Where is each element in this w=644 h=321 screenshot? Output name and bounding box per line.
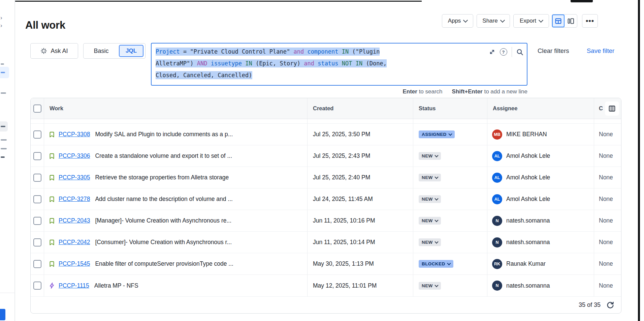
- table-row[interactable]: PCCP-1115 Alletra MP - NFS May 12, 2025,…: [31, 275, 621, 296]
- work-cell: PCCP-2043 [Manager]- Volume Creation wit…: [44, 210, 308, 231]
- table-header-row: Work Created Status Assignee C: [31, 98, 621, 119]
- status-lozenge[interactable]: ASSIGNED: [419, 130, 455, 138]
- share-button[interactable]: Share: [477, 14, 510, 28]
- row-checkbox[interactable]: [33, 130, 41, 139]
- clear-filters-button[interactable]: Clear filters: [538, 47, 569, 55]
- table-body: PCCP-3308 Modify SAL and Plugin to inclu…: [31, 124, 621, 296]
- table-view-toggle[interactable]: [552, 14, 565, 27]
- more-actions-button[interactable]: •••: [582, 14, 598, 28]
- expand-editor-icon[interactable]: [489, 49, 495, 55]
- issue-summary: Retrieve the storage properties from All…: [95, 174, 229, 181]
- jql-token: and: [304, 60, 314, 67]
- table-row[interactable]: PCCP-1545 Enable filter of computeServer…: [31, 253, 621, 275]
- row-checkbox[interactable]: [33, 217, 41, 225]
- issue-summary: Alletra MP - NFS: [94, 282, 138, 289]
- status-lozenge[interactable]: NEW: [419, 152, 441, 160]
- row-checkbox-cell: [31, 188, 44, 210]
- chevron-down-icon: [448, 132, 452, 136]
- row-checkbox[interactable]: [33, 195, 41, 203]
- jql-token: NOT IN: [342, 60, 362, 67]
- table-row[interactable]: PCCP-3306 Create a standalone volume and…: [31, 145, 621, 167]
- sidebar-bottom-button[interactable]: [0, 309, 5, 320]
- story-icon: [49, 261, 55, 267]
- row-checkbox[interactable]: [33, 152, 41, 160]
- table-row[interactable]: PCCP-2042 [Consumer]- Volume Creation wi…: [31, 232, 621, 253]
- ask-ai-button[interactable]: Ask AI: [30, 43, 78, 59]
- issue-key-link[interactable]: PCCP-1115: [59, 282, 89, 289]
- header-assignee[interactable]: Assignee: [487, 98, 594, 119]
- detail-view-toggle[interactable]: [565, 14, 577, 27]
- header-status[interactable]: Status: [413, 98, 487, 119]
- sidebar-arrow-icon[interactable]: ›: [0, 16, 2, 20]
- row-checkbox-cell: [31, 210, 44, 231]
- export-button[interactable]: Export: [513, 14, 549, 28]
- issue-key-link[interactable]: PCCP-1545: [59, 260, 90, 267]
- syntax-help-icon[interactable]: ?: [500, 48, 507, 56]
- issue-key-link[interactable]: PCCP-3306: [59, 152, 90, 159]
- epic-icon: [49, 282, 55, 289]
- table-row[interactable]: PCCP-2043 [Manager]- Volume Creation wit…: [31, 210, 621, 232]
- header-created-label: Created: [313, 105, 333, 112]
- search-icon[interactable]: [516, 49, 523, 56]
- header-created[interactable]: Created: [308, 98, 413, 119]
- issue-key-link[interactable]: PCCP-3308: [59, 131, 90, 138]
- row-checkbox[interactable]: [33, 260, 41, 268]
- column-config-button[interactable]: [605, 101, 619, 116]
- chevron-down-icon: [500, 18, 505, 22]
- assignee-cell: N natesh.somanna: [487, 275, 594, 296]
- sidebar-item-stub[interactable]: [1, 126, 5, 127]
- status-lozenge[interactable]: NEW: [419, 195, 441, 203]
- table-row[interactable]: PCCP-3278 Add cluster name to the descri…: [31, 188, 621, 210]
- row-checkbox[interactable]: [33, 282, 41, 290]
- status-lozenge[interactable]: NEW: [419, 238, 441, 246]
- status-label: NEW: [422, 283, 433, 288]
- sidebar-item-stub[interactable]: [1, 72, 5, 73]
- work-cell: PCCP-1545 Enable filter of computeServer…: [44, 253, 308, 274]
- row-checkbox[interactable]: [33, 238, 41, 246]
- jql-mode-button[interactable]: JQL: [119, 45, 143, 57]
- issue-key-link[interactable]: PCCP-2042: [59, 239, 90, 246]
- assignee-name: Amol Ashok Lele: [506, 152, 550, 159]
- row-checkbox[interactable]: [33, 174, 41, 182]
- table-row[interactable]: PCCP-3305 Retrieve the storage propertie…: [31, 167, 621, 188]
- status-lozenge[interactable]: NEW: [419, 282, 441, 290]
- sidebar-item-stub[interactable]: [1, 156, 5, 158]
- hint-shift-text: to add a new line: [483, 88, 527, 95]
- work-table: Work Created Status Assignee C PCCP-330: [30, 98, 621, 314]
- story-icon: [49, 153, 55, 159]
- refresh-button[interactable]: [606, 301, 614, 309]
- status-lozenge[interactable]: NEW: [419, 217, 441, 225]
- header-checkbox-cell: [31, 98, 44, 119]
- comments-cell: None: [594, 275, 621, 296]
- status-cell: BLOCKED: [413, 253, 487, 274]
- sidebar-item-stub[interactable]: [1, 63, 4, 65]
- apps-button[interactable]: Apps: [442, 14, 473, 28]
- row-checkbox-cell: [31, 232, 44, 253]
- sidebar-arrow-icon[interactable]: ›: [0, 24, 2, 27]
- status-cell: NEW: [413, 188, 487, 210]
- sidebar-item-stub[interactable]: [1, 139, 7, 141]
- status-label: NEW: [422, 240, 433, 245]
- select-all-checkbox[interactable]: [33, 105, 41, 113]
- jql-input[interactable]: Project = "Private Cloud Control Plane" …: [151, 43, 527, 86]
- issue-key-link[interactable]: PCCP-3278: [59, 196, 90, 203]
- save-filter-button[interactable]: Save filter: [587, 47, 614, 55]
- header-work[interactable]: Work: [44, 98, 308, 119]
- assignee-cell: RK Raunak Kumar: [487, 253, 594, 274]
- chevron-down-icon: [434, 218, 438, 222]
- header-truncated-label: C: [599, 105, 603, 112]
- issue-key-link[interactable]: PCCP-3305: [59, 174, 90, 181]
- video-artifact-top-right: [571, 0, 593, 2]
- table-row[interactable]: PCCP-3308 Modify SAL and Plugin to inclu…: [31, 124, 621, 145]
- chevron-down-icon: [434, 153, 438, 157]
- chevron-down-icon: [434, 175, 438, 179]
- sidebar-item-stub[interactable]: [1, 148, 7, 149]
- status-lozenge[interactable]: NEW: [419, 174, 441, 181]
- header-work-label: Work: [50, 105, 63, 112]
- sidebar-item-stub[interactable]: [1, 92, 6, 94]
- basic-mode-button[interactable]: Basic: [84, 48, 119, 55]
- hint-shift-key: Shift+Enter: [452, 88, 483, 95]
- status-lozenge[interactable]: BLOCKED: [419, 260, 453, 268]
- issue-key-link[interactable]: PCCP-2043: [59, 217, 90, 224]
- issue-summary: Create a standalone volume and export it…: [95, 152, 232, 159]
